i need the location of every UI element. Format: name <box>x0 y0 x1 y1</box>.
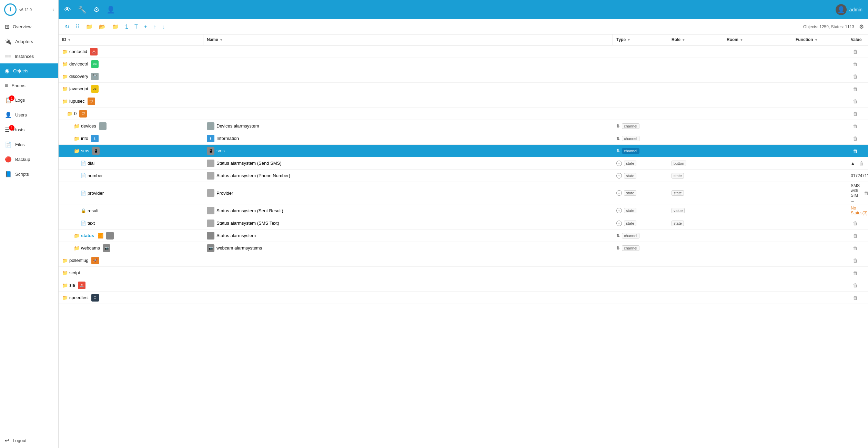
sidebar-item-backup[interactable]: 🔴 Backup <box>0 152 58 167</box>
settings-icon[interactable]: ⚙ <box>93 6 100 14</box>
sidebar-item-overview[interactable]: ⊞ Overview <box>0 19 58 34</box>
delete-button[interactable]: 🗑 <box>862 190 868 196</box>
table-row[interactable]: 🔒 result Status alarmsystem (Sent Result… <box>59 204 868 217</box>
delete-button[interactable]: 🗑 <box>851 245 860 252</box>
table-row[interactable]: 📁 pollenflug 🚀 🗑 <box>59 254 868 267</box>
collapse-button[interactable]: ‹ <box>52 7 54 13</box>
grid-view-button[interactable]: ⠿ <box>73 22 82 31</box>
hosts-badge: 1 <box>9 125 14 131</box>
folder-icon: 📁 <box>62 258 68 263</box>
name-icon <box>207 232 214 240</box>
table-row[interactable]: 📁 speedtest ⏱ 🗑 <box>59 292 868 304</box>
table-row[interactable]: 📁 lupusec 🛡 🗑 <box>59 95 868 108</box>
table-row[interactable]: 📁 script 🗑 <box>59 267 868 279</box>
name-icon <box>207 172 214 180</box>
refresh-button[interactable]: ↻ <box>63 22 71 31</box>
delete-button[interactable]: 🗑 <box>857 160 866 167</box>
col-room[interactable]: Room ▼ <box>723 34 792 45</box>
table-row[interactable]: 📁 sms 📱 📱 sms ⇅ channel 🗑 <box>59 145 868 157</box>
sidebar-item-label: Files <box>15 142 24 147</box>
table-row[interactable]: 📄 dial Status alarmsystem (Send SMS) ○ s… <box>59 157 868 170</box>
open-folder-button[interactable]: 📂 <box>97 22 108 31</box>
row-id: devicectrl <box>69 61 88 67</box>
profile-icon[interactable]: 👤 <box>107 6 115 14</box>
sidebar-item-logs[interactable]: 📋 Logs 1 <box>0 93 58 108</box>
id-cell: 📄 text <box>59 219 203 227</box>
add-button[interactable]: + <box>142 22 149 31</box>
overview-icon: ⊞ <box>5 23 9 30</box>
delete-button[interactable]: 🗑 <box>851 282 860 289</box>
col-name[interactable]: Name ▼ <box>203 34 613 45</box>
sidebar-item-hosts[interactable]: ☰ Hosts 1 <box>0 122 58 137</box>
delete-button[interactable]: 🗑 <box>851 61 860 68</box>
delete-button[interactable]: 🗑 <box>851 147 860 154</box>
folder-alt-button[interactable]: 📁 <box>110 22 121 31</box>
col-id[interactable]: ID ▼ <box>59 34 203 45</box>
type-badge: state <box>624 208 636 213</box>
col-value[interactable]: Value <box>847 34 868 45</box>
name-icon: 📷 <box>207 244 214 252</box>
delete-button[interactable]: 🗑 <box>851 294 860 301</box>
delete-button[interactable]: 🗑 <box>851 232 860 239</box>
table-row[interactable]: 📁 javascript JS 🗑 <box>59 83 868 95</box>
function-cell <box>792 162 847 165</box>
delete-button[interactable]: 🗑 <box>851 257 860 264</box>
table-row[interactable]: 📄 number Status alarmsystem (Phone Numbe… <box>59 170 868 182</box>
delete-button[interactable]: 🗑 <box>851 98 860 105</box>
col-role[interactable]: Role ▼ <box>668 34 723 45</box>
type-badge: state <box>624 221 636 226</box>
upload-button[interactable]: ↑ <box>151 22 158 31</box>
value-text: No Status(3) <box>851 206 868 215</box>
adapter-icon: 🚀 <box>91 257 99 264</box>
delete-button[interactable]: 🗑 <box>851 135 860 142</box>
adapter-icon: 📱 <box>92 147 100 155</box>
delete-button[interactable]: 🗑 <box>851 73 860 80</box>
delete-button[interactable]: 🗑 <box>851 110 860 117</box>
name-icon <box>207 207 214 214</box>
table-row[interactable]: 📁 sia 🚨 🗑 <box>59 279 868 292</box>
sidebar-item-enums[interactable]: ≡ Enums <box>0 78 58 93</box>
table-row[interactable]: 📁 info ℹ ℹ Information ⇅ channel 🗑 <box>59 132 868 145</box>
delete-button[interactable]: 🗑 <box>851 123 860 130</box>
delete-button[interactable]: 🗑 <box>851 220 860 227</box>
sidebar-item-logout[interactable]: ↩ Logout <box>0 433 58 448</box>
sidebar-item-objects[interactable]: ◉ Objects <box>0 63 58 78</box>
version-text: v6.12.0 <box>19 8 50 12</box>
delete-button[interactable]: 🗑 <box>851 48 860 55</box>
badge-button[interactable]: 1 <box>123 22 130 31</box>
room-cell <box>723 137 792 140</box>
table-row[interactable]: 📁 0 🛡 🗑 <box>59 108 868 120</box>
sidebar-item-scripts[interactable]: 📘 Scripts <box>0 167 58 182</box>
table-row[interactable]: 📁 webcams 📷 📷 webcam alarmsystems ⇅ chan… <box>59 242 868 254</box>
value-cell: 🗑 <box>847 218 868 228</box>
sidebar-item-adapters[interactable]: 🔌 Adapters <box>0 34 58 49</box>
delete-button[interactable]: 🗑 <box>851 269 860 276</box>
channel-icon: ⇅ <box>616 124 620 129</box>
sidebar-item-instances[interactable]: ≡≡ Instances <box>0 49 58 63</box>
value-text: 01724711 <box>851 173 868 178</box>
download-button[interactable]: ↓ <box>160 22 167 31</box>
view-icon[interactable]: 👁 <box>64 6 71 14</box>
row-id: result <box>88 208 99 213</box>
delete-button[interactable]: 🗑 <box>851 85 860 92</box>
col-function[interactable]: Function ▼ <box>792 34 847 45</box>
sidebar-item-label: Users <box>15 112 27 118</box>
folder-button[interactable]: 📁 <box>84 22 95 31</box>
table-row[interactable]: 📁 devices Devices alarmsystem ⇅ channel … <box>59 120 868 132</box>
tools-icon[interactable]: 🔧 <box>78 6 87 14</box>
role-cell: state <box>668 172 723 180</box>
room-cell <box>723 222 792 225</box>
table-row[interactable]: 📄 provider Provider ○ state state SMS wi… <box>59 182 868 204</box>
sidebar-item-users[interactable]: 👤 Users <box>0 108 58 122</box>
value-cell: 🗑 <box>847 268 868 278</box>
table-row[interactable]: 📄 text Status alarmsystem (SMS Text) ○ s… <box>59 217 868 230</box>
table-row[interactable]: 📁 devicectrl DC 🗑 <box>59 58 868 70</box>
sidebar-item-files[interactable]: 📄 Files <box>0 137 58 152</box>
table-row[interactable]: 📁 contactid 🚨 🗑 <box>59 45 868 58</box>
table-row[interactable]: 📁 discovery 🔭 🗑 <box>59 70 868 83</box>
table-row[interactable]: 📁 status 📶 Status alarmsystem ⇅ channel … <box>59 230 868 242</box>
toolbar-settings-icon[interactable]: ⚙ <box>859 23 864 30</box>
font-button[interactable]: T <box>132 22 140 31</box>
col-type[interactable]: Type ▼ <box>613 34 668 45</box>
type-cell: ⇅ channel <box>613 232 668 240</box>
